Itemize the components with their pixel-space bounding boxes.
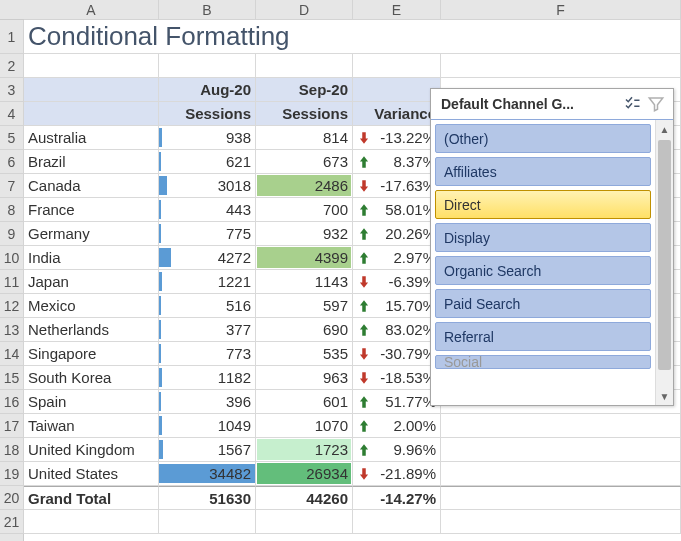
cell[interactable] — [256, 510, 353, 534]
row-header-13[interactable]: 13 — [0, 318, 24, 342]
row-header-20[interactable]: 20 — [0, 486, 24, 510]
row-header-5[interactable]: 5 — [0, 126, 24, 150]
col-header-B[interactable]: B — [159, 0, 256, 20]
cell[interactable] — [441, 20, 681, 54]
slicer-item[interactable]: Display — [435, 223, 651, 252]
col-header-E[interactable]: E — [353, 0, 441, 20]
country-cell[interactable]: Australia — [24, 126, 159, 150]
cell[interactable] — [24, 102, 159, 126]
variance-cell[interactable]: -30.79% — [353, 342, 441, 366]
variance-cell[interactable]: -18.53% — [353, 366, 441, 390]
slicer-item[interactable]: Affiliates — [435, 157, 651, 186]
aug-cell[interactable]: 621 — [159, 150, 256, 174]
row-header-6[interactable]: 6 — [0, 150, 24, 174]
aug-cell[interactable]: 516 — [159, 294, 256, 318]
country-cell[interactable]: Brazil — [24, 150, 159, 174]
cell[interactable] — [159, 54, 256, 78]
row-header-2[interactable]: 2 — [0, 54, 24, 78]
cell[interactable] — [441, 54, 681, 78]
row-header-11[interactable]: 11 — [0, 270, 24, 294]
row-header-7[interactable]: 7 — [0, 174, 24, 198]
header-aug[interactable]: Aug-20 — [159, 78, 256, 102]
country-cell[interactable]: Mexico — [24, 294, 159, 318]
scroll-up-icon[interactable]: ▲ — [656, 120, 673, 138]
variance-cell[interactable]: 8.37% — [353, 150, 441, 174]
sep-cell[interactable]: 932 — [256, 222, 353, 246]
slicer-item[interactable]: Paid Search — [435, 289, 651, 318]
total-sep[interactable]: 44260 — [256, 486, 353, 510]
country-cell[interactable]: France — [24, 198, 159, 222]
row-header-1[interactable]: 1 — [0, 20, 24, 54]
sep-cell[interactable]: 4399 — [256, 246, 353, 270]
variance-cell[interactable]: 9.96% — [353, 438, 441, 462]
variance-cell[interactable]: -13.22% — [353, 126, 441, 150]
variance-cell[interactable]: -17.63% — [353, 174, 441, 198]
sep-cell[interactable]: 26934 — [256, 462, 353, 486]
variance-cell[interactable]: -6.39% — [353, 270, 441, 294]
slicer-item[interactable]: Organic Search — [435, 256, 651, 285]
cell[interactable] — [353, 510, 441, 534]
sep-cell[interactable]: 814 — [256, 126, 353, 150]
aug-cell[interactable]: 443 — [159, 198, 256, 222]
sep-cell[interactable]: 1143 — [256, 270, 353, 294]
variance-cell[interactable]: 2.00% — [353, 414, 441, 438]
header-sessions2[interactable]: Sessions — [256, 102, 353, 126]
country-cell[interactable]: Spain — [24, 390, 159, 414]
sep-cell[interactable]: 963 — [256, 366, 353, 390]
country-cell[interactable]: South Korea — [24, 366, 159, 390]
row-header-3[interactable]: 3 — [0, 78, 24, 102]
country-cell[interactable]: Japan — [24, 270, 159, 294]
variance-cell[interactable]: -21.89% — [353, 462, 441, 486]
total-label[interactable]: Grand Total — [24, 486, 159, 510]
cell[interactable] — [24, 78, 159, 102]
sep-cell[interactable]: 1070 — [256, 414, 353, 438]
aug-cell[interactable]: 1049 — [159, 414, 256, 438]
cell[interactable] — [441, 438, 681, 462]
slicer-item[interactable]: Direct — [435, 190, 651, 219]
aug-cell[interactable]: 1221 — [159, 270, 256, 294]
clear-filter-icon[interactable] — [647, 95, 665, 113]
cell[interactable] — [441, 462, 681, 486]
country-cell[interactable]: India — [24, 246, 159, 270]
header-variance[interactable]: Variance — [353, 102, 441, 126]
row-header-9[interactable]: 9 — [0, 222, 24, 246]
aug-cell[interactable]: 1182 — [159, 366, 256, 390]
scroll-down-icon[interactable]: ▼ — [656, 387, 673, 405]
sep-cell[interactable]: 597 — [256, 294, 353, 318]
slicer-scrollbar[interactable]: ▲ ▼ — [655, 120, 673, 405]
total-aug[interactable]: 51630 — [159, 486, 256, 510]
country-cell[interactable]: United Kingdom — [24, 438, 159, 462]
sep-cell[interactable]: 601 — [256, 390, 353, 414]
country-cell[interactable]: Germany — [24, 222, 159, 246]
aug-cell[interactable]: 1567 — [159, 438, 256, 462]
variance-cell[interactable]: 15.70% — [353, 294, 441, 318]
row-header-21[interactable]: 21 — [0, 510, 24, 534]
multiselect-icon[interactable] — [623, 95, 641, 113]
aug-cell[interactable]: 377 — [159, 318, 256, 342]
sep-cell[interactable]: 673 — [256, 150, 353, 174]
country-cell[interactable]: United States — [24, 462, 159, 486]
row-header-15[interactable]: 15 — [0, 366, 24, 390]
col-header-F[interactable]: F — [441, 0, 681, 20]
row-header-4[interactable]: 4 — [0, 102, 24, 126]
country-cell[interactable]: Taiwan — [24, 414, 159, 438]
sep-cell[interactable]: 1723 — [256, 438, 353, 462]
row-header-8[interactable]: 8 — [0, 198, 24, 222]
aug-cell[interactable]: 4272 — [159, 246, 256, 270]
col-header-A[interactable]: A — [24, 0, 159, 20]
aug-cell[interactable]: 773 — [159, 342, 256, 366]
row-header-14[interactable]: 14 — [0, 342, 24, 366]
cell[interactable] — [353, 54, 441, 78]
row-header-10[interactable]: 10 — [0, 246, 24, 270]
variance-cell[interactable]: 20.26% — [353, 222, 441, 246]
country-cell[interactable]: Singapore — [24, 342, 159, 366]
row-header-12[interactable]: 12 — [0, 294, 24, 318]
cell[interactable] — [441, 414, 681, 438]
cell[interactable] — [159, 510, 256, 534]
scroll-thumb[interactable] — [658, 140, 671, 370]
row-header-16[interactable]: 16 — [0, 390, 24, 414]
cell[interactable] — [441, 510, 681, 534]
total-var[interactable]: -14.27% — [353, 486, 441, 510]
variance-cell[interactable]: 51.77% — [353, 390, 441, 414]
sep-cell[interactable]: 700 — [256, 198, 353, 222]
